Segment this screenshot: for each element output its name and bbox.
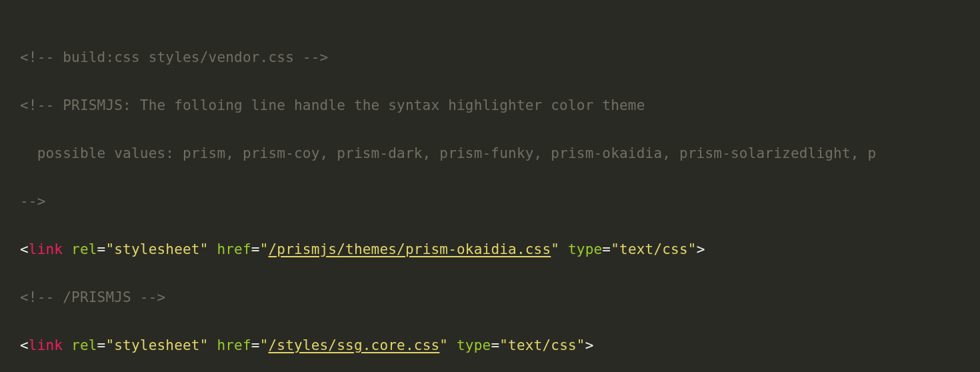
- attr-value: stylesheet: [114, 337, 199, 353]
- code-line: <!-- build:css styles/vendor.css -->: [20, 45, 980, 69]
- equals: =: [602, 241, 611, 257]
- quote: ": [260, 241, 269, 257]
- equals: =: [251, 337, 260, 353]
- attr-name: href: [217, 337, 251, 353]
- quote: ": [200, 241, 209, 257]
- code-editor[interactable]: <!-- build:css styles/vendor.css --> <!-…: [0, 0, 980, 372]
- code-line: -->: [20, 189, 980, 213]
- comment: <!-- PRISMJS: The folloing line handle t…: [20, 97, 645, 113]
- comment: <!-- build:css styles/vendor.css -->: [20, 49, 328, 65]
- code-line: <!-- PRISMJS: The folloing line handle t…: [20, 93, 980, 117]
- href-value: /prismjs/themes/prism-okaidia.css: [268, 241, 551, 257]
- angle-close: >: [697, 241, 705, 257]
- quote: ": [105, 337, 114, 353]
- attr-name: type: [568, 241, 602, 257]
- tag-name: link: [29, 337, 63, 353]
- attr-name: rel: [71, 241, 97, 257]
- tag-name: link: [29, 241, 63, 257]
- quote: ": [260, 337, 269, 353]
- equals: =: [97, 241, 106, 257]
- quote: ": [551, 241, 559, 257]
- attr-name: type: [457, 337, 491, 353]
- angle-open: <: [20, 241, 29, 257]
- equals: =: [491, 337, 499, 353]
- code-line: possible values: prism, prism-coy, prism…: [20, 141, 980, 165]
- quote: ": [200, 337, 209, 353]
- attr-name: href: [217, 241, 251, 257]
- attr-name: rel: [71, 337, 97, 353]
- quote: ": [105, 241, 114, 257]
- quote: ": [499, 337, 508, 353]
- angle-open: <: [20, 337, 29, 353]
- comment: possible values: prism, prism-coy, prism…: [20, 145, 876, 161]
- equals: =: [251, 241, 260, 257]
- quote: ": [611, 241, 619, 257]
- equals: =: [97, 337, 106, 353]
- quote: ": [688, 241, 697, 257]
- code-line: <!-- /PRISMJS -->: [20, 285, 980, 309]
- comment: <!-- /PRISMJS -->: [20, 289, 165, 305]
- code-line: <link rel="stylesheet" href="/prismjs/th…: [20, 237, 980, 261]
- quote: ": [577, 337, 585, 353]
- angle-close: >: [585, 337, 594, 353]
- code-line: <link rel="stylesheet" href="/styles/ssg…: [20, 333, 980, 357]
- quote: ": [439, 337, 448, 353]
- attr-value: stylesheet: [114, 241, 199, 257]
- attr-value: text/css: [508, 337, 577, 353]
- href-value: /styles/ssg.core.css: [268, 337, 439, 353]
- attr-value: text/css: [619, 241, 688, 257]
- comment: -->: [20, 193, 46, 209]
